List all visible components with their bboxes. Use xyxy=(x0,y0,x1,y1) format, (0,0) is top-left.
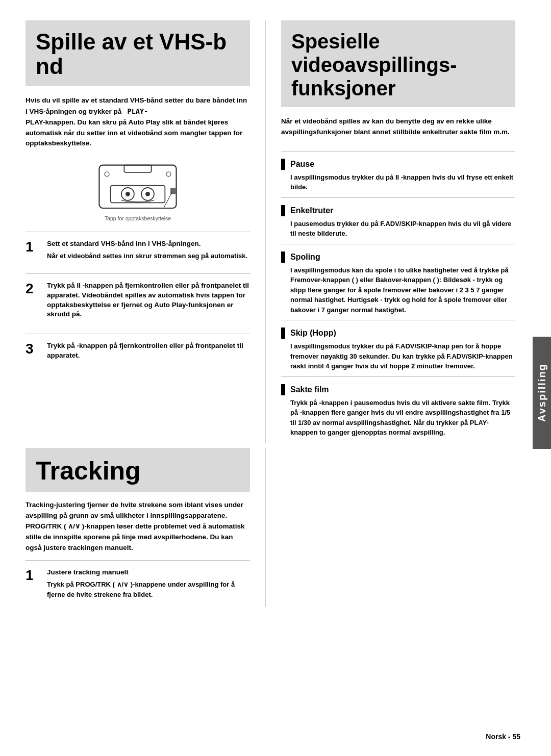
feature-title-0: Pause xyxy=(290,160,314,169)
feature-bar-2 xyxy=(281,251,285,263)
feature-bar-0 xyxy=(281,159,285,170)
right-title-box: Spesielle videoavspillings-funksjoner xyxy=(281,20,515,107)
step-1-content: Sett et standard VHS-bånd inn i VHS-åpni… xyxy=(47,239,250,261)
page: Spille av et VHS-b nd Hvis du vil spille… xyxy=(0,0,551,756)
tracking-title: Tracking xyxy=(36,456,240,486)
feature-title-2: Spoling xyxy=(290,253,320,262)
tracking-step-1-number: 1 xyxy=(26,568,41,584)
feature-title-row-4: Sakte film xyxy=(281,384,515,395)
side-tab: Avspilling xyxy=(533,337,551,449)
feature-divider-3 xyxy=(281,376,515,377)
divider-2 xyxy=(26,273,250,274)
step-3: 3 Trykk på -knappen på fjernkontrollen e… xyxy=(26,341,250,363)
tracking-divider xyxy=(26,560,250,561)
feature-0: PauseI avspillingsmodus trykker du på II… xyxy=(281,159,515,192)
feature-title-row-1: Enkeltruter xyxy=(281,205,515,216)
step-1-number: 1 xyxy=(26,239,41,255)
columns-bottom: Tracking Tracking-justering fjerner de h… xyxy=(0,448,551,607)
step-2-number: 2 xyxy=(26,281,41,297)
svg-point-4 xyxy=(126,192,130,196)
step-3-main: Trykk på -knappen på fjernkontrollen ell… xyxy=(47,341,250,361)
feature-desc-2: I avspillingsmodus kan du spole i to uli… xyxy=(281,265,515,315)
tracking-step-1: 1 Justere tracking manuelt Trykk på PROG… xyxy=(26,568,250,599)
feature-title-row-3: Skip (Hopp) xyxy=(281,327,515,339)
tracking-section: Tracking Tracking-justering fjerner de h… xyxy=(0,448,265,607)
feature-bar-3 xyxy=(281,327,285,339)
step-2-main: Trykk på II -knappen på fjernkontrollen … xyxy=(47,281,250,320)
feature-desc-1: I pausemodus trykker du på F.ADV/SKIP-kn… xyxy=(281,219,515,239)
feature-bar-1 xyxy=(281,205,285,216)
right-intro: Når et videobånd spilles av kan du benyt… xyxy=(281,116,515,138)
feature-bar-4 xyxy=(281,384,285,395)
vhs-diagram: Tapp for opptaksbeskyttelse xyxy=(97,162,179,221)
svg-rect-1 xyxy=(124,165,151,172)
top-columns: Spille av et VHS-b nd Hvis du vil spille… xyxy=(0,20,551,443)
feature-title-row-0: Pause xyxy=(281,159,515,170)
left-title: Spille av et VHS-b nd xyxy=(36,30,240,79)
feature-4: Sakte filmTrykk på -knappen i pausemodus… xyxy=(281,384,515,438)
feature-3: Skip (Hopp)I avspillingsmodus trykker du… xyxy=(281,327,515,371)
right-column: Spesielle videoavspillings-funksjoner Nå… xyxy=(265,20,531,443)
feature-title-3: Skip (Hopp) xyxy=(290,329,336,338)
svg-point-8 xyxy=(166,172,171,177)
step-1-main: Sett et standard VHS-bånd inn i VHS-åpni… xyxy=(47,239,250,249)
tracking-step-1-content: Justere tracking manuelt Trykk på PROG/T… xyxy=(47,568,250,599)
left-column: Spille av et VHS-b nd Hvis du vil spille… xyxy=(0,20,265,443)
left-title-box: Spille av et VHS-b nd xyxy=(26,20,250,86)
step-1: 1 Sett et standard VHS-bånd inn i VHS-åp… xyxy=(26,239,250,261)
features-container: PauseI avspillingsmodus trykker du på II… xyxy=(281,159,515,443)
step-2: 2 Trykk på II -knappen på fjernkontrolle… xyxy=(26,281,250,322)
feature-divider-1 xyxy=(281,244,515,244)
tracking-text: Tracking-justering fjerner de hvite stre… xyxy=(26,500,250,553)
svg-point-7 xyxy=(105,172,109,177)
feature-title-1: Enkeltruter xyxy=(290,206,333,215)
feature-desc-0: I avspillingsmodus trykker du på II -kna… xyxy=(281,172,515,192)
tracking-step-1-sub: Trykk på PROG/TRK ( ∧/∨ )-knappene under… xyxy=(47,579,250,599)
right-divider-1 xyxy=(281,151,515,152)
step-3-content: Trykk på -knappen på fjernkontrollen ell… xyxy=(47,341,250,363)
feature-title-row-2: Spoling xyxy=(281,251,515,263)
feature-divider-2 xyxy=(281,320,515,320)
cassette-label: Tapp for opptaksbeskyttelse xyxy=(105,215,171,221)
left-intro: Hvis du vil spille av et standard VHS-bå… xyxy=(26,95,250,149)
svg-point-6 xyxy=(145,192,150,196)
step-3-number: 3 xyxy=(26,341,41,357)
vhs-cassette-image xyxy=(97,162,179,213)
feature-divider-0 xyxy=(281,197,515,198)
feature-desc-4: Trykk på -knappen i pausemodus hvis du v… xyxy=(281,398,515,438)
svg-rect-2 xyxy=(111,186,165,203)
step-1-sub: Når et videobånd settes inn skrur strømm… xyxy=(47,251,250,261)
right-title: Spesielle videoavspillings-funksjoner xyxy=(291,30,505,100)
divider-3 xyxy=(26,334,250,334)
feature-1: EnkeltruterI pausemodus trykker du på F.… xyxy=(281,205,515,239)
right-bottom-spacer xyxy=(265,448,531,607)
tracking-title-box: Tracking xyxy=(26,448,250,492)
tracking-step-1-main: Justere tracking manuelt xyxy=(47,568,250,577)
page-number: Norsk - 55 xyxy=(486,733,520,741)
step-2-content: Trykk på II -knappen på fjernkontrollen … xyxy=(47,281,250,322)
feature-title-4: Sakte film xyxy=(290,385,329,394)
divider-1 xyxy=(26,232,250,232)
feature-2: SpolingI avspillingsmodus kan du spole i… xyxy=(281,251,515,315)
feature-desc-3: I avspillingsmodus trykker du på F.ADV/S… xyxy=(281,341,515,371)
